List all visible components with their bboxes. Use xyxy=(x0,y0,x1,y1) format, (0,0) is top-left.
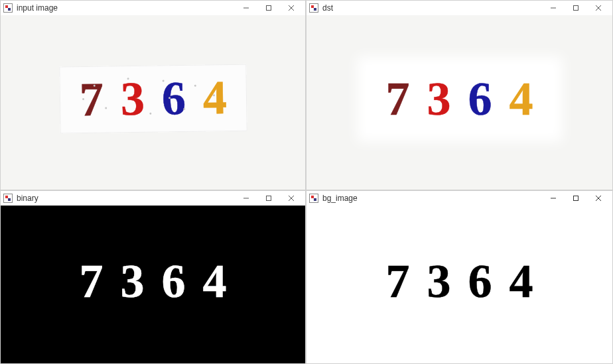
app-icon xyxy=(309,194,318,203)
titlebar[interactable]: bg_image xyxy=(306,191,612,206)
titlebar[interactable]: input image xyxy=(1,1,305,15)
digit-strip: 7 3 6 4 xyxy=(66,253,240,310)
digit-2: 3 xyxy=(120,78,145,121)
app-icon xyxy=(3,194,13,203)
window-dst: dst 7 3 6 4 xyxy=(306,0,613,190)
digit-4: 4 xyxy=(202,76,227,119)
digit-3: 6 xyxy=(161,77,186,120)
maximize-icon xyxy=(573,195,579,202)
minimize-button[interactable] xyxy=(235,191,257,206)
close-icon xyxy=(595,195,602,202)
svg-rect-0 xyxy=(267,6,271,11)
window-controls xyxy=(235,1,303,15)
window-controls xyxy=(542,1,610,15)
app-icon xyxy=(309,3,318,13)
digit-4: 4 xyxy=(510,78,533,121)
close-icon xyxy=(288,195,295,202)
window-controls xyxy=(542,191,610,206)
close-button[interactable] xyxy=(587,191,610,206)
maximize-icon xyxy=(265,5,272,11)
digit-3: 6 xyxy=(468,78,492,121)
digit-1: 7 xyxy=(386,78,410,121)
digit-1: 7 xyxy=(386,260,410,303)
digit-2: 3 xyxy=(121,260,145,303)
digit-1: 7 xyxy=(79,78,103,121)
digit-2: 3 xyxy=(427,78,451,121)
window-title: dst xyxy=(322,3,542,13)
image-viewport: 7 3 6 4 xyxy=(306,206,612,363)
window-binary: binary 7 3 6 4 xyxy=(0,190,306,364)
titlebar[interactable]: dst xyxy=(306,1,612,15)
minimize-icon xyxy=(550,195,557,202)
digit-4: 4 xyxy=(510,260,533,303)
svg-rect-3 xyxy=(574,196,579,201)
digit-3: 6 xyxy=(162,260,186,303)
window-title: input image xyxy=(17,3,235,13)
maximize-button[interactable] xyxy=(565,1,587,15)
image-viewport: 7 3 6 4 xyxy=(306,15,612,190)
digit-3: 6 xyxy=(468,260,492,303)
maximize-icon xyxy=(573,5,579,11)
digit-2: 3 xyxy=(427,260,451,303)
minimize-button[interactable] xyxy=(235,1,257,15)
window-bg-image: bg_image 7 3 6 4 xyxy=(306,190,613,364)
titlebar[interactable]: binary xyxy=(1,191,305,206)
minimize-button[interactable] xyxy=(542,1,565,15)
maximize-button[interactable] xyxy=(565,191,587,206)
window-title: bg_image xyxy=(322,194,542,203)
window-input-image: input image 7 3 6 4 xyxy=(0,0,306,190)
close-button[interactable] xyxy=(280,1,303,15)
maximize-button[interactable] xyxy=(257,1,280,15)
close-button[interactable] xyxy=(280,191,303,206)
maximize-icon xyxy=(265,195,272,202)
image-viewport: 7 3 6 4 xyxy=(1,15,305,190)
digit-1: 7 xyxy=(80,260,103,303)
digit-strip: 7 3 6 4 xyxy=(373,253,547,310)
close-icon xyxy=(288,5,295,11)
app-icon xyxy=(3,3,13,13)
minimize-icon xyxy=(550,5,557,11)
minimize-icon xyxy=(243,5,249,11)
image-viewport: 7 3 6 4 xyxy=(1,206,305,363)
minimize-icon xyxy=(243,195,249,202)
close-icon xyxy=(595,5,602,11)
window-controls xyxy=(235,191,303,206)
close-button[interactable] xyxy=(587,1,610,15)
digit-strip: 7 3 6 4 xyxy=(59,64,247,134)
digit-strip: 7 3 6 4 xyxy=(366,66,553,133)
svg-rect-1 xyxy=(574,6,579,11)
svg-rect-2 xyxy=(267,196,271,201)
maximize-button[interactable] xyxy=(257,191,280,206)
window-title: binary xyxy=(17,194,235,203)
digit-4: 4 xyxy=(203,260,227,303)
minimize-button[interactable] xyxy=(542,191,565,206)
